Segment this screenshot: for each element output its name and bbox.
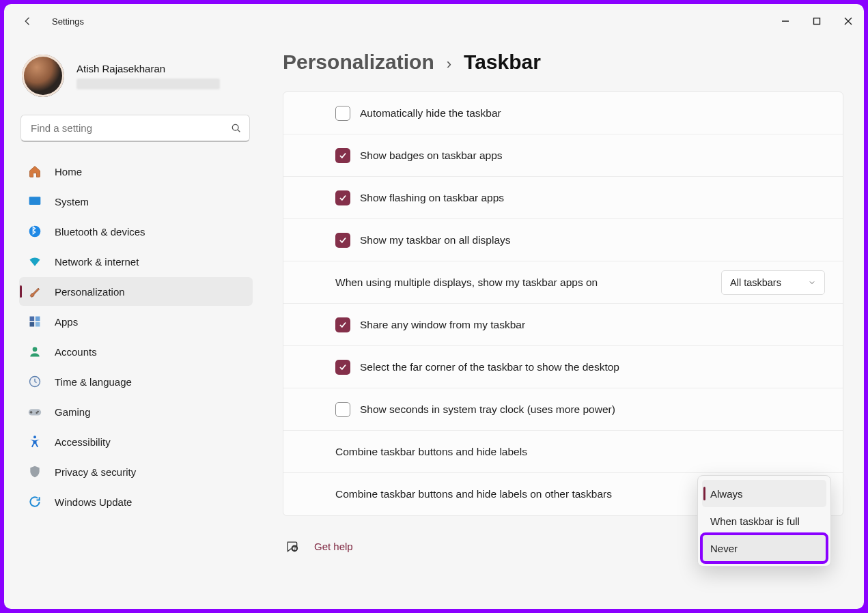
svg-point-15 [37, 411, 39, 413]
bluetooth-icon [27, 224, 42, 239]
checkbox-checked-icon[interactable] [335, 317, 350, 332]
checkbox-checked-icon[interactable] [335, 233, 350, 248]
breadcrumb-parent[interactable]: Personalization [283, 51, 434, 74]
settings-window: Settings Atish Rajasekharan [4, 4, 864, 609]
nav-item-personalization[interactable]: Personalization [19, 277, 253, 306]
setting-show-flashing[interactable]: Show flashing on taskbar apps [283, 177, 843, 219]
svg-rect-8 [30, 317, 35, 322]
setting-label: When using multiple displays, show my ta… [335, 276, 598, 289]
page-title: Taskbar [464, 51, 541, 74]
gamepad-icon [27, 404, 42, 419]
setting-label: Show badges on taskbar apps [360, 149, 503, 162]
profile-name: Atish Rajasekharan [76, 63, 220, 74]
nav-item-network[interactable]: Network & internet [19, 247, 253, 276]
nav-item-accessibility[interactable]: Accessibility [19, 427, 253, 456]
nav-item-privacy[interactable]: Privacy & security [19, 457, 253, 486]
chevron-right-icon: › [447, 55, 451, 73]
update-icon [27, 494, 42, 509]
dropdown-option-never[interactable]: Never [702, 534, 826, 562]
paintbrush-icon [27, 284, 42, 299]
checkbox-unchecked-icon[interactable] [335, 106, 350, 121]
main-content: Personalization › Taskbar Automatically … [262, 38, 864, 609]
minimize-button[interactable] [770, 8, 801, 35]
nav-item-accounts[interactable]: Accounts [19, 337, 253, 366]
nav-item-bluetooth[interactable]: Bluetooth & devices [19, 217, 253, 246]
nav-label: Privacy & security [55, 466, 136, 478]
setting-all-displays[interactable]: Show my taskbar on all displays [283, 219, 843, 261]
system-icon [27, 194, 42, 209]
svg-point-16 [36, 412, 38, 414]
setting-label: Share any window from my taskbar [360, 319, 525, 331]
setting-label: Combine taskbar buttons and hide labels … [335, 488, 612, 500]
nav-label: Bluetooth & devices [55, 226, 145, 238]
svg-rect-9 [36, 317, 40, 322]
window-title: Settings [52, 16, 84, 27]
checkbox-checked-icon[interactable] [335, 190, 350, 205]
select-value: All taskbars [730, 277, 781, 288]
svg-rect-6 [29, 197, 41, 205]
nav-label: Personalization [55, 286, 125, 298]
setting-show-badges[interactable]: Show badges on taskbar apps [283, 134, 843, 177]
chevron-down-icon [808, 279, 816, 287]
accessibility-icon [27, 434, 42, 449]
nav: Home System Bluetooth & devices [19, 157, 253, 516]
setting-label: Show seconds in system tray clock (uses … [360, 403, 615, 416]
nav-label: Accounts [55, 346, 97, 358]
close-button[interactable] [832, 8, 864, 35]
maximize-button[interactable] [801, 8, 832, 35]
nav-item-update[interactable]: Windows Update [19, 487, 253, 516]
nav-item-apps[interactable]: Apps [19, 307, 253, 336]
nav-item-home[interactable]: Home [19, 157, 253, 186]
svg-point-4 [232, 124, 238, 130]
back-button[interactable] [16, 10, 40, 33]
sidebar: Atish Rajasekharan Home [4, 38, 262, 609]
svg-point-17 [33, 436, 36, 438]
search-icon [231, 123, 242, 134]
profile-block[interactable]: Atish Rajasekharan [19, 51, 253, 111]
window-controls [770, 8, 864, 35]
settings-panel: Automatically hide the taskbar Show badg… [283, 91, 843, 516]
profile-email-redacted [76, 79, 220, 89]
get-help-link[interactable]: Get help [314, 541, 353, 552]
titlebar: Settings [4, 4, 864, 38]
svg-rect-1 [814, 18, 820, 25]
option-label: Always [710, 488, 743, 500]
checkbox-unchecked-icon[interactable] [335, 402, 350, 417]
dropdown-option-when-full[interactable]: When taskbar is full [702, 507, 826, 534]
setting-far-corner[interactable]: Select the far corner of the taskbar to … [283, 346, 843, 388]
nav-label: Network & internet [55, 256, 139, 268]
multi-display-select[interactable]: All taskbars [721, 270, 825, 295]
setting-combine-primary[interactable]: Combine taskbar buttons and hide labels [283, 431, 843, 473]
checkbox-checked-icon[interactable] [335, 148, 350, 163]
setting-share-window[interactable]: Share any window from my taskbar [283, 304, 843, 346]
setting-multi-display: When using multiple displays, show my ta… [283, 261, 843, 304]
breadcrumb: Personalization › Taskbar [283, 51, 843, 74]
dropdown-option-always[interactable]: Always [702, 480, 826, 507]
wifi-icon [27, 254, 42, 269]
setting-auto-hide[interactable]: Automatically hide the taskbar [283, 92, 843, 134]
apps-icon [27, 314, 42, 329]
checkbox-checked-icon[interactable] [335, 360, 350, 375]
svg-point-20 [294, 550, 295, 550]
nav-label: Gaming [55, 406, 91, 418]
nav-label: Time & language [55, 376, 132, 388]
nav-label: System [55, 196, 89, 208]
nav-item-gaming[interactable]: Gaming [19, 397, 253, 426]
combine-dropdown: Always When taskbar is full Never [697, 475, 831, 567]
setting-show-seconds[interactable]: Show seconds in system tray clock (uses … [283, 388, 843, 431]
person-icon [27, 344, 42, 359]
svg-rect-11 [36, 322, 40, 327]
setting-label: Select the far corner of the taskbar to … [360, 361, 619, 373]
option-label: When taskbar is full [710, 515, 800, 527]
search-input[interactable] [20, 115, 250, 142]
nav-label: Windows Update [55, 496, 132, 508]
svg-point-12 [33, 347, 38, 352]
shield-icon [27, 464, 42, 479]
search-box[interactable] [20, 115, 250, 142]
nav-item-time[interactable]: Time & language [19, 367, 253, 396]
setting-label: Automatically hide the taskbar [360, 107, 501, 119]
nav-label: Home [55, 166, 82, 177]
help-chat-icon [285, 539, 299, 553]
nav-item-system[interactable]: System [19, 187, 253, 216]
home-icon [27, 164, 42, 179]
